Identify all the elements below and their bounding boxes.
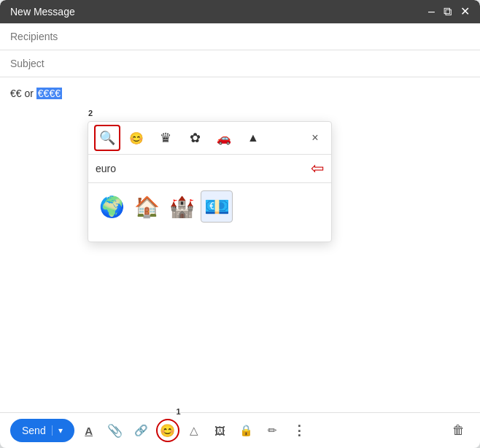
emoji-tab-flower[interactable]: ✿ [182, 125, 208, 151]
emoji-tab-crown[interactable]: ♛ [152, 125, 179, 151]
attach-file-button[interactable]: 📎 [104, 419, 127, 442]
emoji-button-wrapper: 1 😊 [156, 419, 179, 442]
body-text-highlighted: €€€€ [36, 88, 62, 99]
send-dropdown-arrow[interactable]: ▾ [52, 425, 63, 436]
emoji-picker-tabs: 🔍 😊 ♛ ✿ 🚗 ▲ × [88, 122, 331, 155]
recipients-row [0, 23, 480, 50]
subject-input[interactable] [10, 58, 470, 69]
maximize-button[interactable]: ⧉ [444, 6, 452, 18]
send-button[interactable]: Send ▾ [10, 419, 74, 442]
delete-button[interactable]: 🗑 [446, 419, 470, 442]
search-tab-icon: 🔍 [99, 130, 115, 146]
emoji-tab-triangle[interactable]: ▲ [240, 125, 266, 151]
close-button[interactable]: ✕ [460, 6, 470, 18]
flower-tab-icon: ✿ [190, 130, 201, 146]
compose-window: New Message – ⧉ ✕ €€ or €€€€ 2 🔍 😊 [0, 0, 480, 448]
emoji-results: 🌍 🏠 🏰 💶 [88, 183, 331, 242]
step-1-label: 1 [177, 407, 181, 416]
emoji-tab-car[interactable]: 🚗 [211, 125, 237, 151]
title-bar-actions: – ⧉ ✕ [428, 6, 470, 18]
search-arrow-icon: ⇦ [311, 159, 324, 178]
emoji-picker-close-button[interactable]: × [305, 128, 325, 148]
close-icon: × [311, 131, 318, 144]
recipients-input[interactable] [10, 31, 470, 42]
format-text-button[interactable]: A [77, 419, 101, 442]
emoji-picker: 2 🔍 😊 ♛ ✿ 🚗 ▲ [88, 121, 332, 242]
body-area[interactable]: €€ or €€€€ 2 🔍 😊 ♛ ✿ 🚗 [0, 77, 480, 412]
emoji-button[interactable]: 😊 [156, 419, 179, 442]
insert-photo-button[interactable]: 🖼 [209, 419, 232, 442]
drive-button[interactable]: △ [182, 419, 206, 442]
minimize-button[interactable]: – [428, 6, 435, 18]
title-bar: New Message – ⧉ ✕ [0, 0, 480, 23]
emoji-result-euro[interactable]: 💶 [201, 190, 233, 223]
triangle-tab-icon: ▲ [247, 131, 259, 144]
subject-row [0, 50, 480, 77]
emoji-search-input[interactable] [96, 163, 305, 174]
crown-tab-icon: ♛ [160, 130, 171, 146]
emoji-result-house[interactable]: 🏠 [131, 190, 163, 223]
emoji-tab-smiley[interactable]: 😊 [123, 125, 150, 151]
window-title: New Message [10, 6, 75, 18]
insert-link-button[interactable]: 🔗 [130, 419, 153, 442]
lock-button[interactable]: 🔒 [235, 419, 258, 442]
toolbar: Send ▾ A 📎 🔗 1 😊 △ 🖼 🔒 ✏ ⋮ 🗑 [0, 412, 480, 448]
emoji-result-castle[interactable]: 🏰 [166, 190, 198, 223]
emoji-result-globe[interactable]: 🌍 [96, 190, 128, 223]
step-2-label: 2 [88, 109, 93, 117]
car-tab-icon: 🚗 [217, 131, 231, 145]
body-text-before: €€ or [10, 88, 36, 99]
emoji-search-area: ⇦ [88, 155, 331, 183]
smiley-tab-icon: 😊 [129, 131, 144, 145]
more-options-button[interactable]: ⋮ [287, 419, 311, 442]
emoji-tab-search[interactable]: 🔍 [94, 125, 120, 151]
edit-button[interactable]: ✏ [261, 419, 284, 442]
send-button-label: Send [22, 425, 52, 436]
